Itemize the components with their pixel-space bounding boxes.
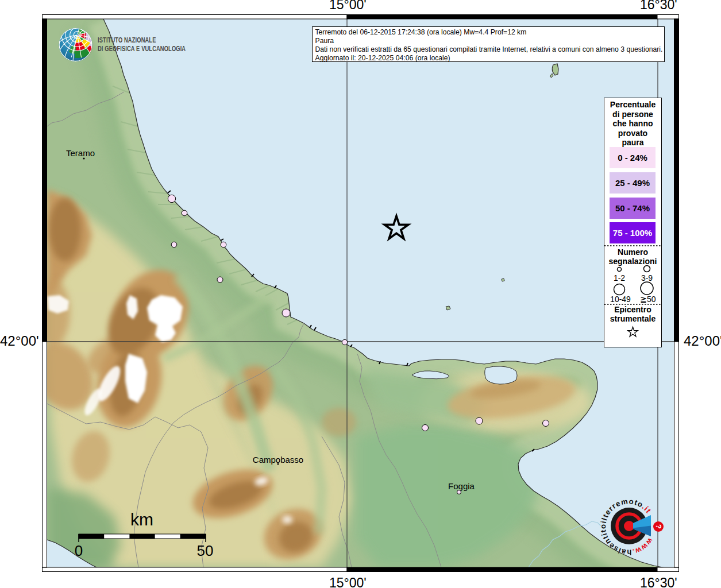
- svg-text:Teramo: Teramo: [66, 148, 95, 158]
- svg-text:0: 0: [75, 542, 83, 559]
- svg-text:?: ?: [654, 524, 663, 529]
- svg-text:DI GEOFISICA E VULCANOLOGIA: DI GEOFISICA E VULCANOLOGIA: [98, 44, 186, 52]
- svg-text:Foggia: Foggia: [448, 481, 475, 491]
- svg-text:ISTITUTO NAZIONALE: ISTITUTO NAZIONALE: [98, 36, 156, 44]
- svg-text:km: km: [130, 510, 153, 529]
- svg-text:50: 50: [197, 542, 214, 559]
